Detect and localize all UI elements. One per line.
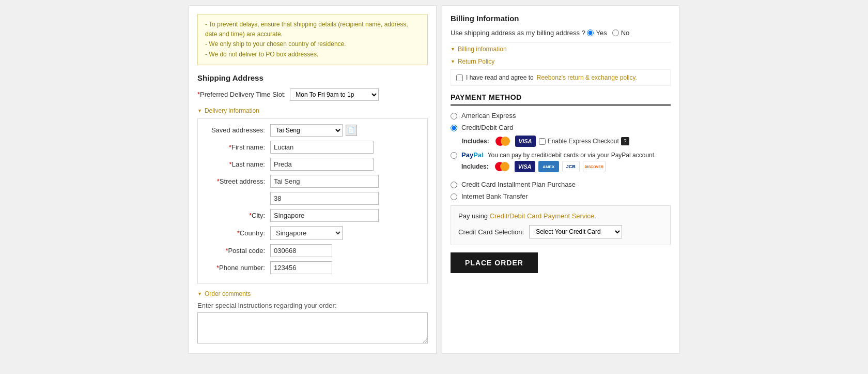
street-address2-row bbox=[203, 192, 422, 205]
payment-paypal-option: PayPal You can pay by credit/debit cards… bbox=[451, 151, 671, 176]
paypal-content: PayPal You can pay by credit/debit cards… bbox=[461, 151, 656, 176]
payment-amex-radio[interactable] bbox=[451, 113, 457, 119]
shipping-section-title: Shipping Address bbox=[197, 73, 428, 82]
delivery-info-section: Saved addresses: Tai Seng 📄 *First name:… bbox=[197, 118, 428, 284]
payment-amex-option: American Express bbox=[451, 112, 671, 119]
saved-addresses-label: Saved addresses: bbox=[203, 126, 270, 134]
credit-card-selection-row: Credit Card Selection: Select Your Credi… bbox=[458, 225, 663, 238]
mastercard-icon bbox=[494, 136, 512, 147]
street-address2-input[interactable] bbox=[270, 192, 379, 205]
return-policy-toggle[interactable]: Return Policy bbox=[451, 58, 671, 65]
payment-bank-option: Internet Bank Transfer bbox=[451, 192, 671, 200]
delivery-info-label: Delivery information bbox=[205, 107, 259, 114]
order-comments-toggle[interactable]: Order comments bbox=[197, 290, 428, 297]
city-label: *City: bbox=[203, 212, 270, 219]
phone-number-input[interactable] bbox=[270, 261, 332, 274]
express-checkout-label: Enable Express Checkout bbox=[548, 138, 619, 145]
delivery-time-row: *Preferred Delivery Time Slot: Mon To Fr… bbox=[197, 88, 428, 101]
place-order-button[interactable]: PLACE ORDER bbox=[451, 252, 538, 273]
agree-text: I have read and agree to bbox=[466, 74, 534, 81]
paypal-mastercard-icon bbox=[494, 161, 512, 172]
delivery-time-select[interactable]: Mon To Fri 9am to 1p Mon To Fri 1pm to 6… bbox=[290, 88, 379, 101]
payment-credit-option: Credit/Debit Card bbox=[451, 124, 671, 131]
credit-includes-label: Includes: bbox=[462, 138, 489, 145]
postal-code-input[interactable] bbox=[270, 244, 332, 257]
order-comments-label: Order comments bbox=[205, 290, 251, 297]
paypal-includes-row: Includes: VISA AMEX JCB DISCOVER bbox=[461, 161, 656, 172]
phone-number-row: *Phone number: bbox=[203, 261, 422, 274]
street-address-label: *Street address: bbox=[203, 177, 270, 185]
return-policy-label: Return Policy bbox=[458, 58, 494, 65]
notice-line-3: - We do not deliver to PO box addresses. bbox=[205, 50, 420, 59]
return-policy-inner: I have read and agree to Reebonz's retur… bbox=[451, 69, 671, 86]
last-name-label: *Last name: bbox=[203, 160, 270, 168]
payment-bank-label: Internet Bank Transfer bbox=[461, 192, 528, 200]
country-select[interactable]: Singapore bbox=[270, 226, 343, 240]
city-input[interactable] bbox=[270, 209, 379, 222]
saved-address-select[interactable]: Tai Seng bbox=[270, 124, 343, 137]
use-shipping-no-radio[interactable] bbox=[612, 29, 619, 36]
payment-installment-option: Credit Card Installment Plan Purchase bbox=[451, 181, 671, 188]
visa-icon: VISA bbox=[515, 136, 536, 147]
notice-line-1: - To prevent delays, ensure that shippin… bbox=[205, 20, 420, 39]
paypal-discover-icon: DISCOVER bbox=[583, 161, 606, 172]
use-shipping-yes-label[interactable]: Yes bbox=[587, 29, 607, 37]
paypal-amex-icon: AMEX bbox=[538, 161, 559, 172]
payment-paypal-radio[interactable] bbox=[451, 152, 457, 159]
notice-line-2: - We only ship to your chosen country of… bbox=[205, 39, 420, 49]
credit-includes-row: Includes: VISA Enable Express Checkout ? bbox=[462, 136, 671, 147]
billing-info-toggle[interactable]: Billing information bbox=[451, 46, 671, 53]
payment-section-title: PAYMENT METHOD bbox=[451, 93, 671, 106]
order-comments-section: Order comments Enter special instruction… bbox=[197, 290, 428, 345]
payment-credit-label: Credit/Debit Card bbox=[461, 124, 513, 131]
country-row: *Country: Singapore bbox=[203, 226, 422, 240]
order-comments-textarea[interactable] bbox=[197, 312, 428, 343]
credit-card-selection-label: Credit Card Selection: bbox=[458, 228, 524, 236]
billing-section-title: Billing Information bbox=[451, 14, 671, 23]
payment-installment-radio[interactable] bbox=[451, 182, 457, 188]
billing-info-collapse: Billing information bbox=[451, 42, 671, 53]
country-label: *Country: bbox=[203, 229, 270, 237]
express-checkout-checkbox[interactable] bbox=[539, 138, 546, 145]
payment-service-box: Pay using Credit/Debit Card Payment Serv… bbox=[451, 205, 671, 245]
payment-service-text: Pay using Credit/Debit Card Payment Serv… bbox=[458, 212, 663, 220]
street-address-input[interactable] bbox=[270, 175, 379, 188]
saved-addresses-row: Saved addresses: Tai Seng 📄 bbox=[203, 124, 422, 137]
first-name-row: *First name: bbox=[203, 141, 422, 154]
paypal-logo: PayPal bbox=[461, 151, 484, 159]
return-policy-checkbox[interactable] bbox=[456, 74, 463, 81]
paypal-visa-icon: VISA bbox=[515, 161, 535, 172]
last-name-row: *Last name: bbox=[203, 158, 422, 171]
right-panel: Billing Information Use shipping address… bbox=[442, 5, 679, 354]
express-help-icon[interactable]: ? bbox=[621, 137, 629, 145]
address-book-icon[interactable]: 📄 bbox=[346, 125, 357, 136]
use-shipping-no-label[interactable]: No bbox=[612, 29, 630, 37]
service-text-prefix: Pay using bbox=[458, 212, 490, 220]
left-panel: - To prevent delays, ensure that shippin… bbox=[189, 5, 437, 354]
use-shipping-row: Use shipping address as my billing addre… bbox=[451, 29, 671, 37]
credit-card-select[interactable]: Select Your Credit Card bbox=[529, 225, 622, 238]
service-text-link[interactable]: Credit/Debit Card Payment Service bbox=[490, 212, 594, 220]
use-shipping-label: Use shipping address as my billing addre… bbox=[451, 29, 585, 37]
paypal-jcb-icon: JCB bbox=[562, 161, 580, 172]
paypal-desc: You can pay by credit/debit cards or via… bbox=[488, 152, 656, 159]
delivery-info-toggle[interactable]: Delivery information bbox=[197, 107, 428, 114]
billing-info-label: Billing information bbox=[458, 46, 507, 53]
use-shipping-yes-radio[interactable] bbox=[587, 29, 594, 36]
return-policy-section: Return Policy I have read and agree to R… bbox=[451, 58, 671, 86]
delivery-time-label: *Preferred Delivery Time Slot: bbox=[197, 91, 286, 98]
express-checkout-row: Enable Express Checkout ? bbox=[539, 137, 629, 145]
payment-credit-radio[interactable] bbox=[451, 125, 457, 131]
postal-code-row: *Postal code: bbox=[203, 244, 422, 257]
payment-installment-label: Credit Card Installment Plan Purchase bbox=[461, 181, 576, 188]
street-address-row: *Street address: bbox=[203, 175, 422, 188]
paypal-includes-label: Includes: bbox=[461, 163, 489, 170]
order-comments-instruction: Enter special instructions regarding you… bbox=[197, 302, 428, 309]
return-policy-link[interactable]: Reebonz's return & exchange policy. bbox=[537, 74, 637, 81]
first-name-input[interactable] bbox=[270, 141, 374, 154]
payment-bank-radio[interactable] bbox=[451, 193, 457, 200]
first-name-label: *First name: bbox=[203, 143, 270, 151]
city-row: *City: bbox=[203, 209, 422, 222]
payment-amex-label: American Express bbox=[461, 112, 516, 119]
last-name-input[interactable] bbox=[270, 158, 374, 171]
